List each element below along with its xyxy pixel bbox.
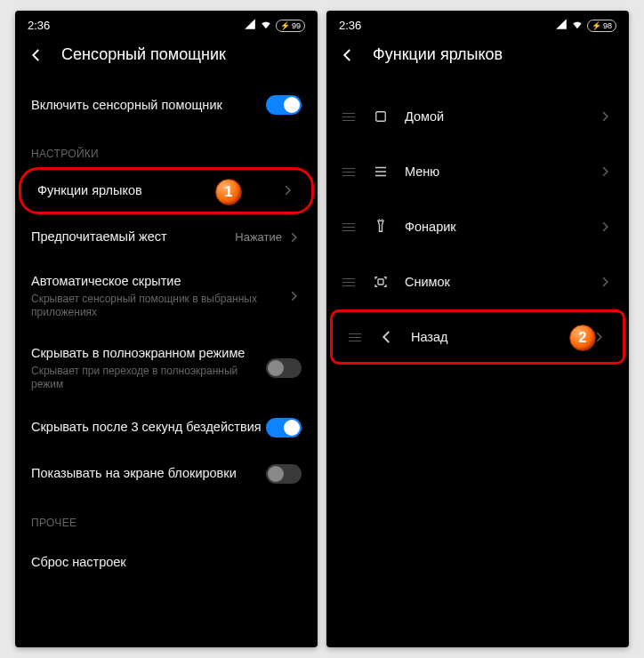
shortcuts-label: Функции ярлыков <box>37 182 281 199</box>
drag-handle-icon[interactable] <box>342 168 357 176</box>
status-bar: 2:36 ⚡99 <box>15 11 318 36</box>
gesture-row[interactable]: Предпочитаемый жест Нажатие <box>15 214 318 261</box>
status-right: ⚡98 <box>555 18 616 33</box>
chevron-right-icon <box>287 290 302 302</box>
section-settings: НАСТРОЙКИ <box>15 128 318 167</box>
fullscreen-row[interactable]: Скрывать в полноэкранном режиме Скрывает… <box>15 333 318 405</box>
autohide-label: Автоматическое скрытие Скрывает сенсорны… <box>31 273 287 320</box>
lockscreen-row[interactable]: Показывать на экране блокировки <box>15 451 318 497</box>
status-time: 2:36 <box>339 19 361 32</box>
drag-handle-icon[interactable] <box>342 278 357 286</box>
back-icon[interactable] <box>28 46 45 64</box>
wifi-icon <box>571 18 584 33</box>
idle-toggle[interactable] <box>266 418 302 437</box>
wifi-icon <box>260 18 272 33</box>
chevron-right-icon <box>281 184 295 197</box>
enable-toggle[interactable] <box>266 95 302 115</box>
chevron-right-icon <box>599 276 613 288</box>
battery-indicator: ⚡99 <box>276 20 305 32</box>
idle-row[interactable]: Скрывать после 3 секунд бездействия <box>15 405 318 451</box>
shortcut-menu[interactable]: Меню <box>326 144 629 199</box>
status-bar: 2:36 ⚡98 <box>326 11 629 36</box>
phone-right: 2:36 ⚡98 Функции ярлыков Домой Меню <box>326 11 629 647</box>
drag-handle-icon[interactable] <box>342 113 357 121</box>
shortcut-label: Меню <box>405 164 583 179</box>
chevron-right-icon <box>599 110 613 123</box>
back-icon <box>379 329 395 345</box>
section-other: ПРОЧЕЕ <box>15 497 318 536</box>
back-icon[interactable] <box>339 46 357 64</box>
svg-rect-0 <box>376 112 386 122</box>
chevron-right-icon <box>287 231 302 244</box>
gesture-label: Предпочитаемый жест <box>31 229 235 245</box>
shortcut-home[interactable]: Домой <box>326 89 629 144</box>
reset-label: Сброс настроек <box>31 554 302 571</box>
content: Включить сенсорный помощник НАСТРОЙКИ 1 … <box>15 80 318 582</box>
enable-label: Включить сенсорный помощник <box>31 97 266 114</box>
enable-toggle-row[interactable]: Включить сенсорный помощник <box>15 82 318 128</box>
status-right: ⚡99 <box>244 18 305 33</box>
shortcut-screenshot[interactable]: Снимок <box>326 254 629 309</box>
home-icon <box>373 108 389 124</box>
menu-icon <box>373 164 389 180</box>
fullscreen-toggle[interactable] <box>266 358 302 378</box>
chevron-right-icon <box>599 221 613 233</box>
shortcut-back[interactable]: Назад 2 <box>330 309 625 365</box>
shortcut-label: Назад <box>411 330 576 344</box>
gesture-value: Нажатие <box>235 230 282 244</box>
fullscreen-label: Скрывать в полноэкранном режиме Скрывает… <box>31 345 266 392</box>
flashlight-icon <box>373 219 389 235</box>
shortcut-label: Фонарик <box>405 220 583 234</box>
battery-indicator: ⚡98 <box>587 20 616 32</box>
shortcut-label: Домой <box>405 109 583 124</box>
svg-rect-1 <box>378 279 383 285</box>
drag-handle-icon[interactable] <box>342 223 357 231</box>
status-time: 2:36 <box>28 19 50 32</box>
page-title: Функции ярлыков <box>373 45 503 64</box>
shortcut-list: Домой Меню Фонарик Снимок Назад 2 <box>326 80 629 365</box>
screenshot-icon <box>373 274 389 290</box>
marker-1: 1 <box>215 179 242 205</box>
chevron-right-icon <box>599 165 613 178</box>
idle-label: Скрывать после 3 секунд бездействия <box>31 419 266 436</box>
signal-icon <box>244 18 256 33</box>
phone-left: 2:36 ⚡99 Сенсорный помощник Включить сен… <box>15 11 318 647</box>
shortcut-label: Снимок <box>405 275 583 289</box>
header: Функции ярлыков <box>326 36 629 80</box>
signal-icon <box>555 18 568 33</box>
shortcuts-row[interactable]: Функции ярлыков <box>19 167 314 214</box>
lockscreen-toggle[interactable] <box>266 464 302 484</box>
page-title: Сенсорный помощник <box>61 45 226 64</box>
marker-2: 2 <box>569 325 596 351</box>
shortcut-flashlight[interactable]: Фонарик <box>326 199 629 254</box>
autohide-row[interactable]: Автоматическое скрытие Скрывает сенсорны… <box>15 261 318 333</box>
reset-row[interactable]: Сброс настроек <box>15 536 318 582</box>
lockscreen-label: Показывать на экране блокировки <box>31 465 266 482</box>
drag-handle-icon[interactable] <box>349 333 363 341</box>
header: Сенсорный помощник <box>15 36 318 80</box>
